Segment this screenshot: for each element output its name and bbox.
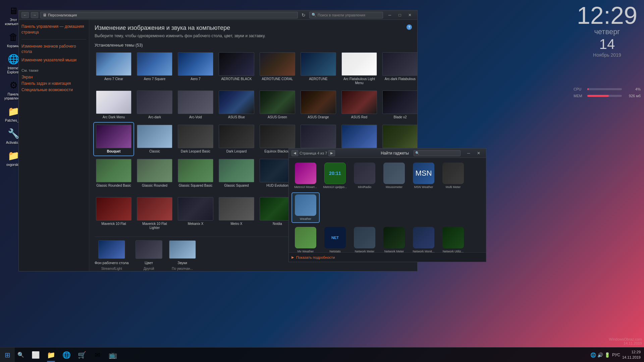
cpu-bar — [587, 88, 589, 90]
theme-item-7[interactable]: Arc-dark Flatabulous — [381, 51, 417, 86]
gadgets-minimize-button[interactable]: ─ — [464, 150, 473, 157]
theme-item-4[interactable]: AEROTUNE CORAL — [258, 51, 297, 86]
theme-item-35[interactable]: Metro X — [217, 196, 256, 231]
preview-item-1[interactable]: Цвет Другой — [136, 240, 162, 270]
cpu-label: CPU — [574, 87, 585, 91]
start-button[interactable]: ⊞ — [0, 348, 15, 362]
refresh-button[interactable]: ↻ — [300, 11, 307, 19]
forward-button[interactable]: → — [31, 12, 38, 18]
theme-item-33[interactable]: Maverick 10 Flat Lighter — [136, 196, 174, 231]
theme-item-27[interactable]: Glassic Squared — [217, 158, 256, 193]
theme-name-10: Arc-Void — [189, 115, 202, 119]
gadgets-close-button[interactable]: ✕ — [474, 150, 483, 157]
sidebar-home-link[interactable]: Панель управления — домашняя страница — [21, 24, 86, 35]
control-panel-icon: ⚙ — [7, 78, 20, 92]
gadget-item-items_row2-5[interactable]: Network Utiliz... — [440, 226, 467, 252]
gadgets-search[interactable]: 🔍 — [414, 150, 461, 156]
gadget-item-items_row1-1[interactable]: 20:11 MetroUI Цифро... — [322, 161, 348, 190]
show-details-link[interactable]: Показать подробности — [296, 255, 335, 259]
maximize-button[interactable]: □ — [395, 12, 405, 18]
gadget-item-items_row1-0[interactable]: MetroUI Монит... — [292, 161, 319, 190]
taskbar-mail[interactable]: ✉ — [90, 348, 105, 362]
theme-item-17[interactable]: Classic — [136, 123, 174, 155]
sidebar-desktop-icons-link[interactable]: Изменение значков рабочего стола — [21, 44, 86, 55]
address-icon: 🖥 — [43, 13, 47, 17]
theme-item-9[interactable]: Arc-dark — [136, 89, 174, 121]
gadget-item-items_row1-2[interactable]: MiniRadio — [351, 161, 378, 190]
theme-thumb-26 — [178, 159, 213, 182]
back-button[interactable]: ← — [21, 12, 29, 18]
theme-item-13[interactable]: ASUS Orange — [299, 89, 337, 121]
theme-item-3[interactable]: AEROTUNE BLACK — [217, 51, 256, 86]
taskbar-date: 14.11.2019 — [622, 355, 641, 360]
gadget-item-items_row2-1[interactable]: NET Netstats — [322, 226, 348, 252]
theme-thumb-15 — [382, 90, 417, 114]
theme-item-12[interactable]: ASUS Green — [258, 89, 297, 121]
sidebar-accessibility-link[interactable]: Специальные возможности — [21, 87, 73, 92]
theme-thumb-33 — [137, 197, 172, 221]
theme-name-15: Blade v2 — [394, 115, 407, 119]
taskbar-search-button[interactable]: 🔍 — [15, 348, 27, 362]
theme-name-4: AEROTUNE CORAL — [262, 77, 293, 81]
address-bar[interactable]: 🖥 Персонализация — [40, 12, 298, 18]
theme-item-5[interactable]: AEROTUNE — [299, 51, 337, 86]
gadget-item-items_row2-2[interactable]: Network Meter — [351, 226, 378, 252]
theme-name-6: Arc Flatabulous Light Menu — [341, 77, 377, 85]
cp-search-bar[interactable]: 🔍 Поиск в панели управления — [309, 12, 383, 18]
theme-thumb-13 — [301, 90, 336, 114]
theme-item-16[interactable]: Bouquet — [95, 123, 133, 155]
theme-item-10[interactable]: Arc-Void — [176, 89, 215, 121]
taskbar-explorer[interactable]: 📁 — [44, 348, 58, 362]
taskbar-store[interactable]: 🛒 — [74, 348, 89, 362]
theme-item-19[interactable]: Dark Leopard — [217, 123, 256, 155]
theme-item-0[interactable]: Aero 7 Clear — [95, 51, 133, 86]
theme-item-15[interactable]: Blade v2 — [381, 89, 417, 121]
theme-item-6[interactable]: Arc Flatabulous Light Menu — [340, 51, 378, 86]
gadget-item-items_row2-0[interactable]: My Weather — [292, 226, 319, 252]
preview-item-2[interactable]: Звуки По умолчан... — [169, 240, 196, 270]
language-indicator[interactable]: РУС — [612, 353, 620, 357]
sidebar-taskbar-link[interactable]: Панель задач и навигация — [21, 81, 71, 86]
basket-label: Корзина — [7, 44, 20, 48]
network-icon: 🌐 — [590, 352, 596, 358]
gadget-item-items_row1-3[interactable]: Mousometer — [381, 161, 408, 190]
theme-item-34[interactable]: Mekanix X — [176, 196, 215, 231]
theme-item-25[interactable]: Glassic Rounded — [136, 158, 174, 193]
theme-thumb-23 — [382, 125, 417, 148]
gadget-item-items_row2-4[interactable]: Network Monit... — [410, 226, 437, 252]
close-button[interactable]: ✕ — [405, 12, 415, 18]
taskbar-task-view[interactable]: ⬜ — [28, 348, 43, 362]
gadget-icon-items_row1-4: MSN — [413, 163, 434, 184]
sidebar-screen-link[interactable]: Экран — [21, 75, 33, 79]
theme-item-8[interactable]: Arc Dark Menu — [95, 89, 133, 121]
theme-item-14[interactable]: ASUS Red — [340, 89, 378, 121]
taskbar-media[interactable]: 📺 — [105, 348, 120, 362]
theme-name-26: Glassic Squared Basic — [179, 184, 213, 188]
gadget-item-items_row2-3[interactable]: Network Meter — [381, 226, 408, 252]
theme-name-14: ASUS Red — [351, 115, 367, 119]
taskbar-ie[interactable]: 🌐 — [59, 348, 74, 362]
theme-item-32[interactable]: Maverick 10 Flat — [95, 196, 133, 231]
theme-item-24[interactable]: Glassic Rounded Basic — [95, 158, 133, 193]
gadget-item-items_row1-6[interactable]: Weather — [292, 193, 319, 222]
preview-item-0[interactable]: Фон рабочего стола StreamofLight — [95, 240, 129, 270]
theme-item-18[interactable]: Dark Leopard Basic — [176, 123, 215, 155]
taskbar-app-list: ⬜ 📁 🌐 🛒 ✉ 📺 — [27, 348, 121, 362]
gadgets-prev-button[interactable]: ◀ — [291, 150, 298, 156]
gadget-item-items_row1-5[interactable]: Multi Meter — [440, 161, 467, 190]
gadget-item-items_row1-4[interactable]: MSN MSN Weather — [410, 161, 437, 190]
info-icon[interactable]: ? — [407, 24, 412, 30]
gadget-name-items_row2-0: My Weather — [298, 250, 314, 252]
mail-icon: ✉ — [95, 351, 100, 359]
taskbar-clock[interactable]: 12:29 14.11.2019 — [622, 350, 641, 360]
gadgets-footer: ▶ Показать подробности — [289, 252, 486, 262]
sidebar-mouse-pointers-link[interactable]: Изменение указателей мыши — [21, 57, 86, 63]
theme-thumb-35 — [219, 197, 254, 221]
theme-item-26[interactable]: Glassic Squared Basic — [176, 158, 215, 193]
theme-item-11[interactable]: ASUS Blue — [217, 89, 256, 121]
theme-item-2[interactable]: Aero 7 — [176, 51, 215, 86]
minimize-button[interactable]: ─ — [385, 12, 394, 18]
theme-thumb-3 — [219, 52, 254, 76]
theme-item-1[interactable]: Aero 7 Square — [136, 51, 174, 86]
gadgets-next-button[interactable]: ▶ — [328, 150, 335, 156]
